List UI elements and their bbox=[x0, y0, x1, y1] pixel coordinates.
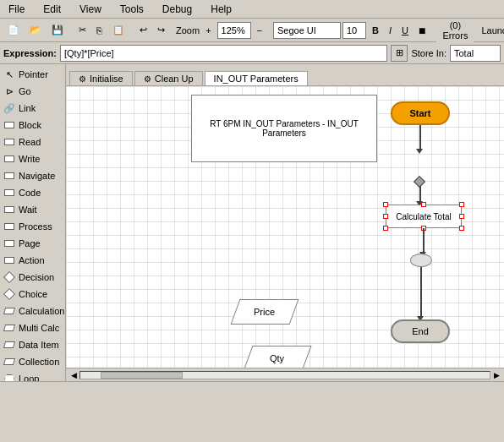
sidebar-label-choice: Choice bbox=[19, 289, 47, 299]
copy-button[interactable]: ⎘ bbox=[92, 23, 107, 38]
tab-initialise[interactable]: ⚙ Initialise bbox=[69, 71, 133, 85]
sidebar-label-multicalc: Multi Calc bbox=[19, 323, 59, 333]
new-button[interactable]: 📄 bbox=[3, 22, 24, 38]
sidebar-item-wait[interactable]: Wait bbox=[0, 201, 65, 218]
tab-cleanup[interactable]: ⚙ Clean Up bbox=[134, 71, 203, 85]
undo-button[interactable]: ↩ bbox=[135, 22, 151, 38]
menu-help[interactable]: Help bbox=[205, 2, 237, 17]
color-button[interactable]: ■ bbox=[414, 21, 430, 40]
sidebar-label-action: Action bbox=[19, 255, 45, 265]
write-icon bbox=[3, 153, 15, 165]
sidebar-item-read[interactable]: Read bbox=[0, 134, 65, 150]
price-wrap: Price bbox=[231, 297, 299, 326]
menu-tools[interactable]: Tools bbox=[115, 2, 149, 17]
sidebar-item-navigate[interactable]: Navigate bbox=[0, 167, 65, 184]
scroll-thumb[interactable] bbox=[101, 372, 183, 379]
sidebar-item-dataitem[interactable]: Data Item bbox=[0, 336, 65, 353]
hscrollbar[interactable]: ◀ ▶ bbox=[66, 368, 504, 381]
font-name-input[interactable] bbox=[273, 22, 341, 39]
sel-handle-bl[interactable] bbox=[383, 226, 388, 231]
sidebar-item-link[interactable]: 🔗 Link bbox=[0, 100, 65, 117]
sidebar: ↖ Pointer ⊳ Go 🔗 Link Block Read Write N… bbox=[0, 64, 66, 381]
sidebar-label-pointer: Pointer bbox=[19, 69, 48, 79]
link-icon: 🔗 bbox=[3, 102, 15, 114]
sidebar-item-page[interactable]: Page bbox=[0, 235, 65, 252]
sidebar-item-action[interactable]: Action bbox=[0, 252, 65, 269]
zoom-input[interactable] bbox=[217, 22, 251, 39]
expression-label: Expression: bbox=[3, 48, 57, 58]
sidebar-label-collection: Collection bbox=[19, 357, 59, 367]
code-icon bbox=[3, 187, 15, 199]
italic-button[interactable]: I bbox=[385, 23, 396, 38]
sidebar-item-choice[interactable]: Choice bbox=[0, 286, 65, 303]
qty-shape[interactable]: Qty bbox=[244, 346, 312, 368]
scroll-track[interactable] bbox=[79, 371, 490, 379]
menu-view[interactable]: View bbox=[74, 2, 107, 17]
sel-handle-br[interactable] bbox=[459, 226, 464, 231]
menu-edit[interactable]: Edit bbox=[38, 2, 66, 17]
expression-bar: Expression: ⊞ Store In: bbox=[0, 42, 504, 64]
calculation-icon bbox=[3, 305, 15, 317]
end-label: End bbox=[412, 326, 429, 336]
sidebar-label-go: Go bbox=[19, 86, 31, 96]
expression-expand-button[interactable]: ⊞ bbox=[391, 45, 408, 62]
sel-handle-mr[interactable] bbox=[459, 214, 464, 219]
canvas[interactable]: RT 6PM IN_OUT Parameters - IN_OUT Parame… bbox=[66, 86, 504, 368]
store-in-label: Store In: bbox=[411, 48, 446, 58]
scroll-left-button[interactable]: ◀ bbox=[68, 369, 79, 381]
sidebar-item-collection[interactable]: Collection bbox=[0, 353, 65, 370]
sidebar-item-loop[interactable]: Loop bbox=[0, 370, 65, 381]
collection-icon bbox=[3, 356, 15, 368]
expression-input[interactable] bbox=[60, 45, 387, 62]
open-button[interactable]: 📂 bbox=[25, 22, 46, 38]
launch-button[interactable]: Launch bbox=[475, 24, 504, 37]
sidebar-item-code[interactable]: Code bbox=[0, 184, 65, 201]
sidebar-item-block[interactable]: Block bbox=[0, 117, 65, 134]
menu-file[interactable]: File bbox=[3, 2, 30, 17]
sidebar-label-block: Block bbox=[19, 120, 41, 130]
sidebar-item-calculation[interactable]: Calculation bbox=[0, 303, 65, 319]
errors-button[interactable]: (0) Errors bbox=[436, 19, 474, 42]
save-button[interactable]: 💾 bbox=[47, 22, 68, 38]
scroll-right-button[interactable]: ▶ bbox=[490, 369, 502, 381]
tab-inout[interactable]: IN_OUT Parameters bbox=[205, 71, 308, 85]
sel-handle-tm[interactable] bbox=[421, 202, 426, 207]
arrow-oval-down bbox=[420, 267, 422, 318]
toolbar1: 📄 📂 💾 ✂ ⎘ 📋 ↩ ↪ Zoom + − B I U ■ (0) Err… bbox=[0, 19, 504, 42]
sidebar-item-go[interactable]: ⊳ Go bbox=[0, 83, 65, 100]
zoom-out-button[interactable]: − bbox=[253, 23, 266, 38]
underline-button[interactable]: U bbox=[397, 23, 413, 38]
page-icon bbox=[3, 237, 15, 249]
multicalc-icon bbox=[3, 322, 15, 334]
process-icon bbox=[3, 221, 15, 232]
menu-debug[interactable]: Debug bbox=[157, 2, 197, 17]
zoom-in-button[interactable]: + bbox=[201, 23, 215, 38]
start-shape[interactable]: Start bbox=[391, 101, 450, 125]
sidebar-item-process[interactable]: Process bbox=[0, 218, 65, 235]
sel-handle-tr[interactable] bbox=[459, 202, 464, 207]
sidebar-item-decision[interactable]: Decision bbox=[0, 269, 65, 286]
end-shape[interactable]: End bbox=[391, 319, 450, 343]
price-shape[interactable]: Price bbox=[231, 299, 299, 325]
sidebar-item-pointer[interactable]: ↖ Pointer bbox=[0, 66, 65, 83]
cut-button[interactable]: ✂ bbox=[74, 22, 90, 38]
zoom-label: Zoom bbox=[176, 25, 200, 35]
paste-button[interactable]: 📋 bbox=[108, 22, 129, 38]
dataitem-icon bbox=[3, 339, 15, 351]
tab-cleanup-label: Clean Up bbox=[155, 74, 194, 84]
menubar: File Edit View Tools Debug Help bbox=[0, 0, 504, 19]
sel-handle-ml[interactable] bbox=[383, 214, 388, 219]
tab-initialise-icon: ⚙ bbox=[79, 74, 86, 84]
arrow-calc-down bbox=[423, 228, 425, 254]
sidebar-item-write[interactable]: Write bbox=[0, 150, 65, 167]
sidebar-label-write: Write bbox=[19, 154, 40, 164]
calculate-shape[interactable]: Calculate Total bbox=[386, 205, 462, 228]
choice-icon bbox=[3, 288, 15, 300]
store-in-input[interactable] bbox=[450, 45, 501, 62]
bold-button[interactable]: B bbox=[368, 23, 383, 38]
sel-handle-tl[interactable] bbox=[383, 202, 388, 207]
sidebar-item-multicalc[interactable]: Multi Calc bbox=[0, 319, 65, 336]
redo-button[interactable]: ↪ bbox=[153, 22, 169, 38]
font-size-input[interactable] bbox=[342, 22, 366, 39]
navigate-icon bbox=[3, 170, 15, 182]
